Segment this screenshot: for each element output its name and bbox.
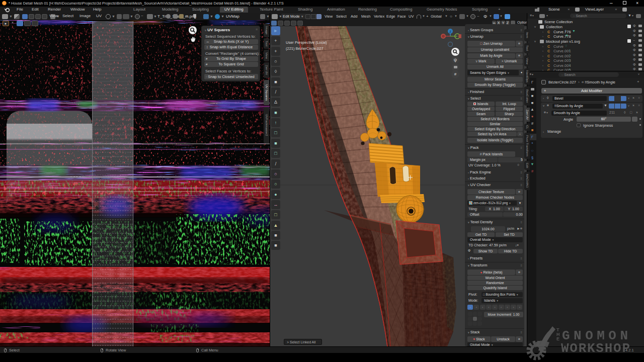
svg-text:Z: Z	[449, 30, 451, 33]
